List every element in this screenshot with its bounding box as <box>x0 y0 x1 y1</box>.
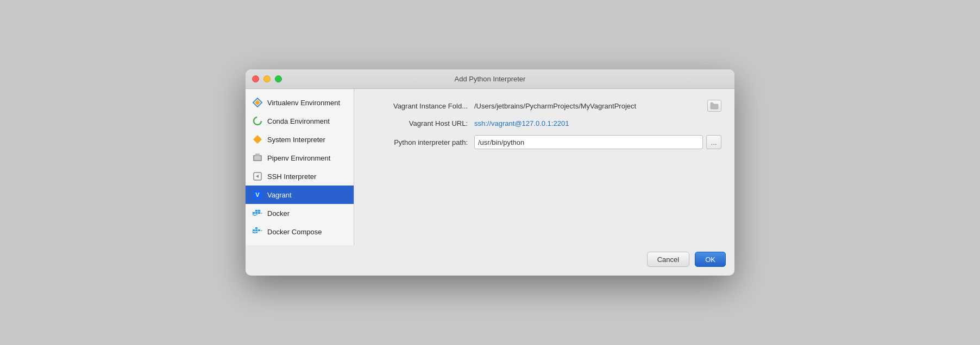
sidebar-item-label-system: System Interpreter <box>267 136 325 144</box>
svg-point-2 <box>254 117 261 125</box>
system-icon <box>252 134 263 145</box>
title-bar: Add Python Interpreter <box>246 69 734 89</box>
vagrant-icon: V <box>252 189 263 200</box>
sidebar-item-vagrant[interactable]: V Vagrant <box>246 186 354 204</box>
python-path-input[interactable] <box>474 135 703 149</box>
svg-rect-18 <box>255 229 257 231</box>
virtualenv-icon <box>252 97 263 108</box>
svg-rect-11 <box>253 212 255 214</box>
dialog-title: Add Python Interpreter <box>455 75 526 83</box>
python-path-row: Python interpreter path: ... <box>367 135 721 149</box>
vagrant-host-row: Vagrant Host URL: ssh://vagrant@127.0.0.… <box>367 119 721 127</box>
vagrant-host-label: Vagrant Host URL: <box>367 119 468 127</box>
sidebar-item-label-conda: Conda Environment <box>267 117 330 125</box>
sidebar-item-system[interactable]: System Interpreter <box>246 130 354 149</box>
dialog-buttons: Cancel OK <box>246 245 734 276</box>
browse-folder-button[interactable] <box>707 100 721 112</box>
svg-rect-19 <box>258 229 260 231</box>
svg-marker-8 <box>256 175 259 178</box>
svg-rect-12 <box>255 212 257 214</box>
sidebar-item-label-ssh: SSH Interpreter <box>267 173 316 181</box>
sidebar-item-label-docker-compose: Docker Compose <box>267 228 322 236</box>
pipenv-icon <box>252 152 263 163</box>
sidebar-item-docker-compose[interactable]: Docker Compose <box>246 222 354 241</box>
vagrant-folder-row: Vagrant Instance Fold... /Users/jetbrain… <box>367 100 721 112</box>
svg-rect-15 <box>258 210 260 212</box>
minimize-button[interactable] <box>263 75 271 82</box>
docker-icon <box>252 208 263 219</box>
ssh-icon <box>252 171 263 182</box>
svg-rect-17 <box>253 229 255 231</box>
dialog-body: Virtualenv Environment Conda Environment… <box>246 89 734 245</box>
svg-rect-14 <box>255 210 257 212</box>
python-path-input-group: ... <box>474 135 721 149</box>
sidebar-item-label-docker: Docker <box>267 209 290 218</box>
folder-icon <box>710 102 719 110</box>
vagrant-host-value: ssh://vagrant@127.0.0.1:2201 <box>474 119 721 127</box>
interpreter-sidebar: Virtualenv Environment Conda Environment… <box>246 89 354 245</box>
vagrant-folder-label: Vagrant Instance Fold... <box>367 102 468 110</box>
maximize-button[interactable] <box>275 75 282 82</box>
sidebar-item-virtualenv[interactable]: Virtualenv Environment <box>246 93 354 112</box>
svg-rect-13 <box>258 212 260 214</box>
svg-marker-3 <box>253 135 262 144</box>
sidebar-item-label-pipenv: Pipenv Environment <box>267 154 330 162</box>
ok-button[interactable]: OK <box>695 252 726 267</box>
python-path-label: Python interpreter path: <box>367 138 468 146</box>
sidebar-item-label-vagrant: Vagrant <box>267 191 292 199</box>
sidebar-item-docker[interactable]: Docker <box>246 204 354 222</box>
add-python-interpreter-dialog: Add Python Interpreter Virtualenv Enviro… <box>246 69 734 276</box>
docker-compose-icon <box>252 226 263 237</box>
close-button[interactable] <box>252 75 259 82</box>
conda-icon <box>252 116 263 126</box>
svg-rect-20 <box>255 227 257 229</box>
svg-rect-6 <box>254 156 261 160</box>
vagrant-folder-input-group: /Users/jetbrains/PycharmProjects/MyVagra… <box>474 100 721 112</box>
window-controls <box>252 75 282 82</box>
content-spacer <box>367 157 721 234</box>
sidebar-item-label-virtualenv: Virtualenv Environment <box>267 99 340 107</box>
sidebar-item-ssh[interactable]: SSH Interpreter <box>246 167 354 186</box>
svg-text:V: V <box>255 191 260 198</box>
python-browse-button[interactable]: ... <box>706 135 721 149</box>
content-area: Vagrant Instance Fold... /Users/jetbrain… <box>354 89 734 245</box>
sidebar-item-conda[interactable]: Conda Environment <box>246 112 354 130</box>
cancel-button[interactable]: Cancel <box>647 252 689 267</box>
vagrant-folder-value: /Users/jetbrains/PycharmProjects/MyVagra… <box>474 102 704 110</box>
svg-rect-5 <box>255 154 260 156</box>
sidebar-item-pipenv[interactable]: Pipenv Environment <box>246 149 354 167</box>
